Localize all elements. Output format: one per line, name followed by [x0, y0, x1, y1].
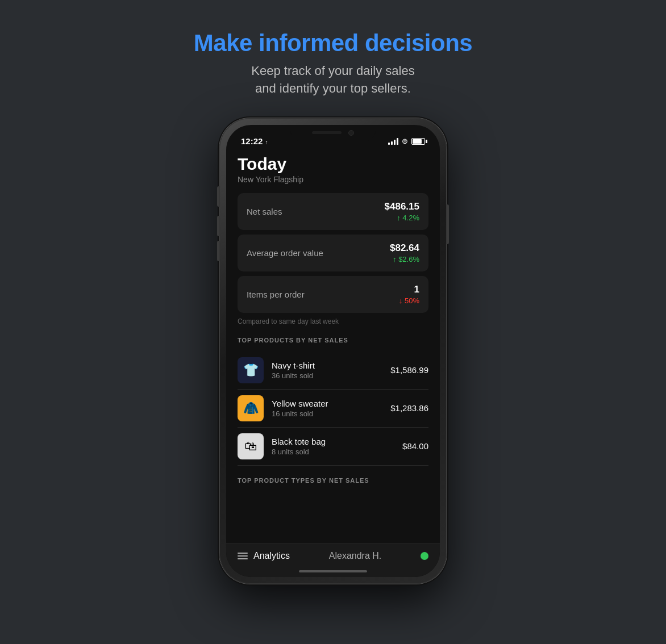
product-item-tote-bag[interactable]: 🛍 Black tote bag 8 units sold $84.00	[238, 428, 428, 466]
battery-icon	[411, 138, 425, 145]
metric-label-avg-order: Average order value	[247, 248, 323, 258]
product-info-navy-tshirt: Navy t-shirt 36 units sold	[272, 361, 390, 380]
product-name-tote-bag: Black tote bag	[272, 437, 402, 446]
menu-icon[interactable]	[238, 553, 248, 559]
product-thumb-navy-tshirt: 👕	[238, 357, 264, 383]
home-indicator	[299, 570, 367, 572]
metric-right-items-per-order: 1 ↓ 50%	[399, 284, 419, 305]
metric-right-avg-order: $82.64 ↑ $2.6%	[390, 242, 419, 264]
metric-change-items-per-order: ↓ 50%	[399, 296, 419, 305]
status-time: 12:22 ↑	[241, 136, 268, 146]
phone-outer: 12:22 ↑ ⊜ Toda	[219, 118, 447, 584]
product-item-navy-tshirt[interactable]: 👕 Navy t-shirt 36 units sold $1,586.99	[238, 352, 428, 390]
metric-value-net-sales: $486.15	[385, 201, 419, 212]
signal-icon	[388, 138, 398, 145]
bottom-left: Analytics	[238, 551, 290, 561]
user-label: Alexandra H.	[329, 551, 382, 561]
product-price-tote-bag: $84.00	[402, 441, 428, 451]
screen-title: Today	[238, 154, 428, 174]
metric-right-net-sales: $486.15 ↑ 4.2%	[385, 201, 419, 222]
metric-card-items-per-order[interactable]: Items per order 1 ↓ 50%	[238, 276, 428, 313]
status-dot	[421, 552, 428, 560]
metric-label-net-sales: Net sales	[247, 207, 282, 216]
notch	[290, 125, 376, 141]
metric-card-avg-order[interactable]: Average order value $82.64 ↑ $2.6%	[238, 235, 428, 271]
product-price-yellow-sweater: $1,283.86	[390, 403, 428, 413]
tshirt-icon: 👕	[243, 363, 259, 378]
location-icon: ↑	[265, 139, 268, 145]
bag-icon: 🛍	[244, 439, 257, 454]
section2-title: TOP PRODUCT TYPES BY NET SALES	[238, 477, 428, 484]
page-subtitle: Keep track of your daily sales and ident…	[194, 62, 472, 98]
analytics-label[interactable]: Analytics	[253, 551, 290, 561]
phone-screen: 12:22 ↑ ⊜ Toda	[226, 125, 440, 577]
metric-change-avg-order: ↑ $2.6%	[390, 255, 419, 264]
metric-change-net-sales: ↑ 4.2%	[385, 214, 419, 222]
top-products-title: TOP PRODUCTS BY NET SALES	[238, 337, 428, 344]
metric-value-avg-order: $82.64	[390, 242, 419, 254]
metric-label-items-per-order: Items per order	[247, 290, 305, 299]
metric-value-items-per-order: 1	[399, 284, 419, 295]
page-header: Make informed decisions Keep track of yo…	[194, 30, 472, 98]
sweater-icon: 🧥	[243, 401, 259, 416]
page-title: Make informed decisions	[194, 30, 472, 57]
product-info-tote-bag: Black tote bag 8 units sold	[272, 437, 402, 456]
notch-camera	[348, 130, 354, 136]
product-item-yellow-sweater[interactable]: 🧥 Yellow sweater 16 units sold $1,283.86	[238, 390, 428, 428]
metric-card-net-sales[interactable]: Net sales $486.15 ↑ 4.2%	[238, 193, 428, 230]
notch-speaker	[312, 131, 342, 134]
product-units-yellow-sweater: 16 units sold	[272, 409, 390, 418]
product-info-yellow-sweater: Yellow sweater 16 units sold	[272, 399, 390, 418]
product-units-navy-tshirt: 36 units sold	[272, 371, 390, 380]
product-units-tote-bag: 8 units sold	[272, 448, 402, 456]
phone-mockup: 12:22 ↑ ⊜ Toda	[219, 118, 447, 584]
product-price-navy-tshirt: $1,586.99	[390, 365, 428, 375]
product-thumb-tote-bag: 🛍	[238, 433, 264, 459]
app-content[interactable]: Today New York Flagship Net sales $486.1…	[226, 150, 440, 577]
wifi-icon: ⊜	[402, 137, 408, 145]
product-name-yellow-sweater: Yellow sweater	[272, 399, 390, 408]
product-name-navy-tshirt: Navy t-shirt	[272, 361, 390, 370]
comparison-text: Compared to same day last week	[238, 317, 428, 325]
product-thumb-yellow-sweater: 🧥	[238, 395, 264, 421]
screen-subtitle: New York Flagship	[238, 175, 428, 184]
status-icons: ⊜	[388, 137, 425, 145]
